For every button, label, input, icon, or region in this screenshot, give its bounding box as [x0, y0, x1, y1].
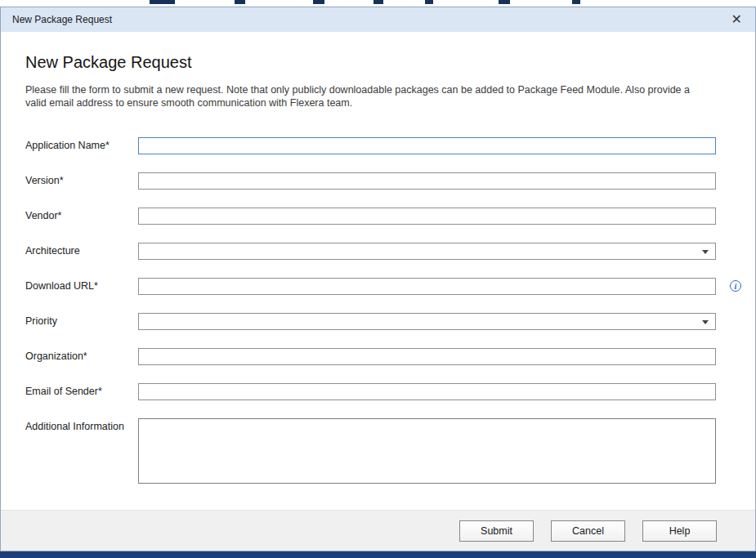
organization-input[interactable] [138, 348, 716, 365]
vendor-input[interactable] [138, 208, 716, 225]
background-artifact [374, 0, 383, 4]
titlebar[interactable]: New Package Request ✕ [1, 7, 755, 32]
form-row-priority: Priority [25, 313, 716, 330]
architecture-label: Architecture [25, 243, 138, 260]
organization-label: Organization* [25, 348, 138, 365]
background-artifact [235, 0, 245, 4]
background-window-top-edge [0, 0, 756, 7]
background-artifact [572, 0, 580, 4]
chevron-down-icon [702, 250, 709, 254]
version-label: Version* [25, 172, 138, 190]
vendor-label: Vendor* [25, 208, 138, 225]
form-description: Please fill the form to submit a new req… [25, 83, 714, 109]
background-artifact [150, 0, 175, 4]
form-row-email-of-sender: Email of Sender* [25, 383, 716, 400]
help-button[interactable]: Help [642, 520, 717, 542]
info-icon[interactable]: i [730, 280, 741, 292]
cancel-button[interactable]: Cancel [551, 520, 625, 542]
window-title: New Package Request [12, 14, 112, 25]
application-name-input[interactable] [138, 137, 716, 154]
priority-select[interactable] [138, 313, 716, 330]
request-form: Application Name* Version* Vendor* Archi… [25, 137, 716, 484]
form-row-architecture: Architecture [25, 243, 716, 260]
background-window-bottom-edge [0, 551, 756, 558]
dialog-body: New Package Request Please fill the form… [1, 32, 755, 510]
background-artifact [313, 0, 324, 4]
form-row-download-url: Download URL* i [25, 278, 716, 295]
email-of-sender-label: Email of Sender* [25, 383, 138, 400]
button-bar: Submit Cancel Help [1, 510, 755, 551]
form-row-application-name: Application Name* [25, 137, 716, 154]
priority-label: Priority [25, 313, 138, 330]
additional-information-textarea[interactable] [138, 418, 716, 484]
version-input[interactable] [138, 172, 716, 190]
chevron-down-icon [702, 320, 709, 324]
page-title: New Package Request [25, 53, 716, 72]
download-url-input[interactable] [138, 278, 716, 295]
application-name-label: Application Name* [25, 137, 138, 154]
additional-information-label: Additional Information [25, 418, 138, 484]
architecture-select[interactable] [138, 243, 716, 260]
background-artifact [499, 0, 510, 4]
form-row-version: Version* [25, 172, 716, 190]
form-row-organization: Organization* [25, 348, 716, 365]
email-of-sender-input[interactable] [138, 383, 716, 400]
new-package-request-dialog: New Package Request ✕ New Package Reques… [0, 7, 756, 551]
screen: { "window": { "title": "New Package Requ… [0, 0, 756, 558]
background-artifact [425, 0, 433, 4]
close-icon[interactable]: ✕ [727, 11, 747, 28]
download-url-label: Download URL* [25, 278, 138, 295]
form-row-additional-information: Additional Information [25, 418, 716, 484]
form-row-vendor: Vendor* [25, 208, 716, 225]
submit-button[interactable]: Submit [459, 520, 534, 542]
